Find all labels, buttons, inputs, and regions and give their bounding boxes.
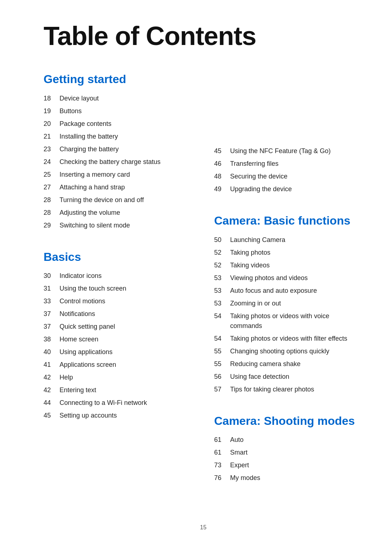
list-item[interactable]: 37 Quick setting panel [44, 320, 192, 333]
list-item[interactable]: 41 Applications screen [44, 358, 192, 371]
list-item[interactable]: 38 Home screen [44, 333, 192, 346]
list-item[interactable]: 52 Taking photos [214, 246, 363, 259]
toc-list-getting-started: 18 Device layout 19 Buttons 20 Package c… [44, 92, 192, 232]
toc-page: 25 [44, 170, 60, 180]
toc-list-camera-shooting: 61 Auto 61 Smart 73 Expert 76 My modes [214, 434, 363, 484]
list-item[interactable]: 57 Tips for taking clearer photos [214, 383, 363, 396]
section-title-basics: Basics [44, 250, 192, 264]
list-item[interactable]: 46 Transferring files [214, 157, 363, 170]
content-layout: Getting started 18 Device layout 19 Butt… [44, 72, 363, 502]
list-item[interactable]: 33 Control motions [44, 295, 192, 308]
list-item[interactable]: 29 Switching to silent mode [44, 219, 192, 232]
toc-page: 37 [44, 322, 60, 332]
list-item[interactable]: 30 Indicator icons [44, 270, 192, 282]
list-item[interactable]: 23 Charging the battery [44, 143, 192, 156]
list-item[interactable]: 24 Checking the battery charge status [44, 156, 192, 168]
toc-text: Tips for taking clearer photos [230, 385, 314, 394]
toc-text: Upgrading the device [230, 184, 292, 194]
section-title-getting-started: Getting started [44, 72, 192, 86]
toc-page: 33 [44, 296, 60, 306]
toc-text: Reducing camera shake [230, 359, 301, 369]
list-item[interactable]: 76 My modes [214, 472, 363, 484]
toc-list-basics: 30 Indicator icons 31 Using the touch sc… [44, 270, 192, 422]
toc-text: Launching Camera [230, 235, 285, 245]
list-item[interactable]: 18 Device layout [44, 92, 192, 105]
list-item[interactable]: 53 Zooming in or out [214, 297, 363, 310]
list-item[interactable]: 37 Notifications [44, 308, 192, 320]
list-item[interactable]: 49 Upgrading the device [214, 183, 363, 196]
list-item[interactable]: 42 Help [44, 371, 192, 384]
toc-text: Attaching a hand strap [60, 182, 125, 192]
list-item[interactable]: 61 Smart [214, 446, 363, 459]
list-item[interactable]: 54 Taking photos or videos with voice co… [214, 310, 363, 332]
toc-page: 55 [214, 346, 230, 356]
toc-text: Auto [230, 435, 244, 445]
toc-text: Package contents [60, 119, 111, 129]
list-item[interactable]: 44 Connecting to a Wi-Fi network [44, 397, 192, 409]
toc-page: 61 [214, 435, 230, 445]
toc-text: Viewing photos and videos [230, 273, 308, 283]
list-item[interactable]: 28 Adjusting the volume [44, 206, 192, 219]
list-item[interactable]: 73 Expert [214, 459, 363, 472]
right-column: 45 Using the NFC Feature (Tag & Go) 46 T… [214, 72, 363, 502]
list-item[interactable]: 20 Package contents [44, 118, 192, 130]
list-item[interactable]: 50 Launching Camera [214, 234, 363, 246]
toc-text: Zooming in or out [230, 299, 281, 308]
toc-text: Charging the battery [60, 144, 119, 154]
list-item[interactable]: 21 Installing the battery [44, 130, 192, 143]
toc-page: 61 [214, 448, 230, 457]
list-item[interactable]: 42 Entering text [44, 384, 192, 397]
list-item[interactable]: 45 Setting up accounts [44, 409, 192, 422]
toc-text: Connecting to a Wi-Fi network [60, 398, 147, 408]
section-title-camera-shooting: Camera: Shooting modes [214, 414, 363, 428]
toc-page: 73 [214, 460, 230, 470]
toc-page: 54 [214, 311, 230, 321]
list-item[interactable]: 55 Changing shooting options quickly [214, 345, 363, 358]
list-item[interactable]: 52 Taking videos [214, 259, 363, 272]
toc-page: 53 [214, 273, 230, 283]
list-item[interactable]: 28 Turning the device on and off [44, 194, 192, 206]
list-item[interactable]: 40 Using applications [44, 346, 192, 358]
toc-page: 30 [44, 271, 60, 281]
toc-page: 38 [44, 335, 60, 344]
toc-page: 46 [214, 159, 230, 169]
toc-page: 45 [44, 411, 60, 420]
list-item[interactable]: 27 Attaching a hand strap [44, 181, 192, 194]
toc-page: 49 [214, 184, 230, 194]
toc-page: 37 [44, 309, 60, 319]
list-item[interactable]: 25 Inserting a memory card [44, 168, 192, 181]
list-item[interactable]: 48 Securing the device [214, 170, 363, 183]
toc-text: Buttons [60, 106, 82, 116]
toc-page: 76 [214, 473, 230, 483]
toc-page: 50 [214, 235, 230, 245]
toc-page: 18 [44, 94, 60, 103]
toc-text: Securing the device [230, 172, 287, 181]
list-item[interactable]: 53 Viewing photos and videos [214, 272, 363, 284]
section-getting-started: Getting started 18 Device layout 19 Butt… [44, 72, 192, 231]
toc-text: Changing shooting options quickly [230, 346, 329, 356]
list-item[interactable]: 53 Auto focus and auto exposure [214, 284, 363, 297]
toc-text: Help [60, 373, 73, 382]
list-item[interactable]: 55 Reducing camera shake [214, 358, 363, 370]
list-item[interactable]: 56 Using face detection [214, 370, 363, 383]
toc-page: 28 [44, 195, 60, 205]
toc-text: Home screen [60, 335, 98, 344]
toc-page: 45 [214, 146, 230, 156]
toc-text: Taking photos or videos with filter effe… [230, 334, 347, 344]
list-item[interactable]: 54 Taking photos or videos with filter e… [214, 332, 363, 345]
toc-page: 27 [44, 182, 60, 192]
toc-page: 42 [44, 385, 60, 395]
toc-page: 24 [44, 157, 60, 167]
section-title-camera-basic: Camera: Basic functions [214, 214, 363, 227]
list-item[interactable]: 31 Using the touch screen [44, 282, 192, 295]
toc-page: 20 [44, 119, 60, 129]
toc-page: 29 [44, 221, 60, 230]
list-item[interactable]: 19 Buttons [44, 105, 192, 118]
toc-list-camera-basic: 50 Launching Camera 52 Taking photos 52 … [214, 234, 363, 396]
page-title: Table of Contents [44, 22, 363, 50]
toc-page: 53 [214, 299, 230, 308]
toc-text: Transferring files [230, 159, 278, 169]
toc-text: Applications screen [60, 360, 116, 370]
list-item[interactable]: 45 Using the NFC Feature (Tag & Go) [214, 145, 363, 157]
list-item[interactable]: 61 Auto [214, 434, 363, 446]
